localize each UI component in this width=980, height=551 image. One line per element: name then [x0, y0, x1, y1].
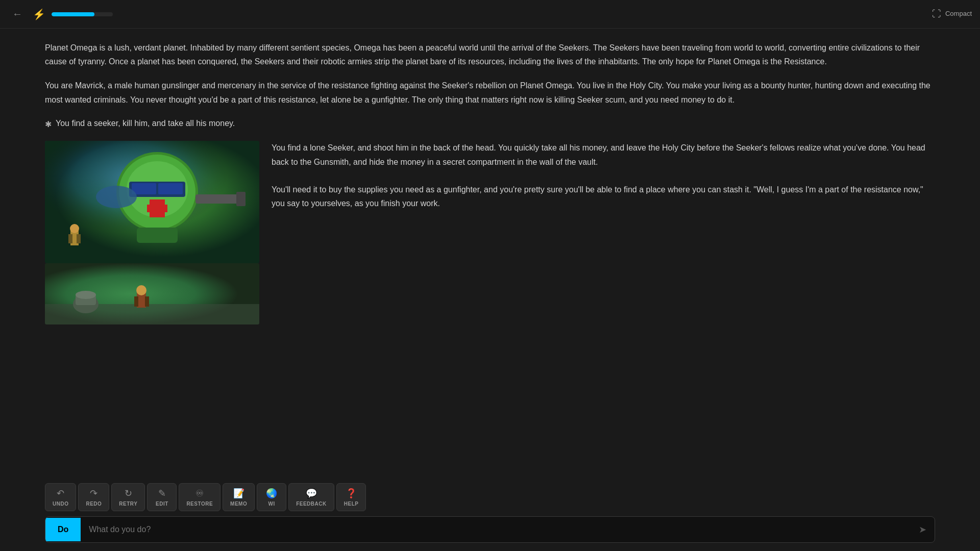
feedback-icon: 💬: [306, 488, 317, 499]
scene-description: You find a lone Seeker, and shoot him in…: [272, 141, 935, 168]
wi-button[interactable]: 🌏 WI: [257, 483, 286, 511]
retry-icon: ↻: [125, 488, 132, 499]
help-button[interactable]: ❓ HELP: [336, 483, 366, 511]
redo-label: REDO: [86, 501, 102, 507]
svg-point-24: [136, 285, 146, 295]
action-icon: ✱: [45, 118, 52, 131]
scene-image-1: [45, 141, 259, 263]
progress-bar-fill: [52, 12, 94, 16]
retry-label: RETRY: [119, 501, 137, 507]
continuation-text: You'll need it to buy the supplies you n…: [272, 183, 935, 210]
lightning-icon: ⚡: [33, 6, 45, 22]
edit-icon: ✎: [158, 488, 166, 499]
scene-image-2: [45, 263, 259, 324]
do-button[interactable]: Do: [45, 518, 81, 541]
action-line: ✱ You find a seeker, kill him, and take …: [45, 117, 935, 131]
action-buttons-row: ↶ UNDO ↷ REDO ↻ RETRY ✎ EDIT ♾ RESTORE 📝…: [45, 483, 935, 511]
scene-block: You find a lone Seeker, and shoot him in…: [45, 141, 935, 324]
restore-button[interactable]: ♾ RESTORE: [179, 483, 220, 511]
svg-rect-10: [195, 194, 241, 204]
svg-rect-7: [158, 183, 183, 194]
input-bar: Do ➤: [45, 516, 935, 543]
top-bar: ← ⚡ ⛶ Compact: [0, 0, 980, 29]
svg-rect-16: [68, 234, 72, 243]
edit-button[interactable]: ✎ EDIT: [147, 483, 177, 511]
main-content: Planet Omega is a lush, verdant planet. …: [0, 29, 980, 551]
memo-icon: 📝: [233, 488, 244, 499]
action-input[interactable]: [81, 518, 911, 541]
feedback-button[interactable]: 💬 FEEDBACK: [288, 483, 334, 511]
memo-label: MEMO: [230, 501, 247, 507]
help-icon: ❓: [346, 488, 357, 499]
svg-point-15: [70, 224, 79, 233]
feedback-label: FEEDBACK: [296, 501, 327, 507]
svg-rect-17: [77, 234, 81, 243]
svg-rect-9: [147, 205, 167, 212]
svg-rect-11: [236, 192, 246, 206]
retry-button[interactable]: ↻ RETRY: [111, 483, 145, 511]
bottom-bar: ↶ UNDO ↷ REDO ↻ RETRY ✎ EDIT ♾ RESTORE 📝…: [0, 477, 980, 551]
restore-label: RESTORE: [186, 501, 213, 507]
svg-rect-25: [134, 296, 138, 307]
redo-icon: ↷: [90, 488, 97, 499]
compact-button[interactable]: ⛶ Compact: [932, 7, 972, 21]
edit-label: EDIT: [156, 501, 168, 507]
svg-rect-26: [145, 296, 149, 307]
scene-text: You find a lone Seeker, and shoot him in…: [272, 141, 935, 210]
top-bar-left: ← ⚡: [8, 6, 113, 22]
undo-button[interactable]: ↶ UNDO: [45, 483, 76, 511]
wi-icon: 🌏: [266, 488, 277, 499]
restore-icon: ♾: [195, 488, 204, 499]
back-button[interactable]: ←: [8, 6, 27, 22]
memo-button[interactable]: 📝 MEMO: [223, 483, 255, 511]
pixel-art-background-2: [45, 263, 259, 324]
action-text: You find a seeker, kill him, and take al…: [56, 117, 235, 130]
svg-point-22: [76, 291, 96, 299]
svg-point-12: [96, 186, 137, 208]
progress-bar-container: [52, 12, 113, 16]
undo-icon: ↶: [57, 488, 64, 499]
wi-label: WI: [268, 501, 275, 507]
compact-label: Compact: [945, 9, 972, 19]
compact-icon: ⛶: [932, 7, 941, 21]
svg-rect-13: [137, 228, 178, 243]
help-label: HELP: [344, 501, 359, 507]
scene-images-column: [45, 141, 259, 324]
redo-button[interactable]: ↷ REDO: [78, 483, 109, 511]
paragraph-1: Planet Omega is a lush, verdant planet. …: [45, 41, 935, 68]
send-button[interactable]: ➤: [911, 517, 935, 542]
paragraph-2: You are Mavrick, a male human gunslinger…: [45, 79, 935, 106]
pixel-art-background-1: [45, 141, 259, 263]
svg-rect-6: [132, 183, 156, 194]
undo-label: UNDO: [53, 501, 68, 507]
